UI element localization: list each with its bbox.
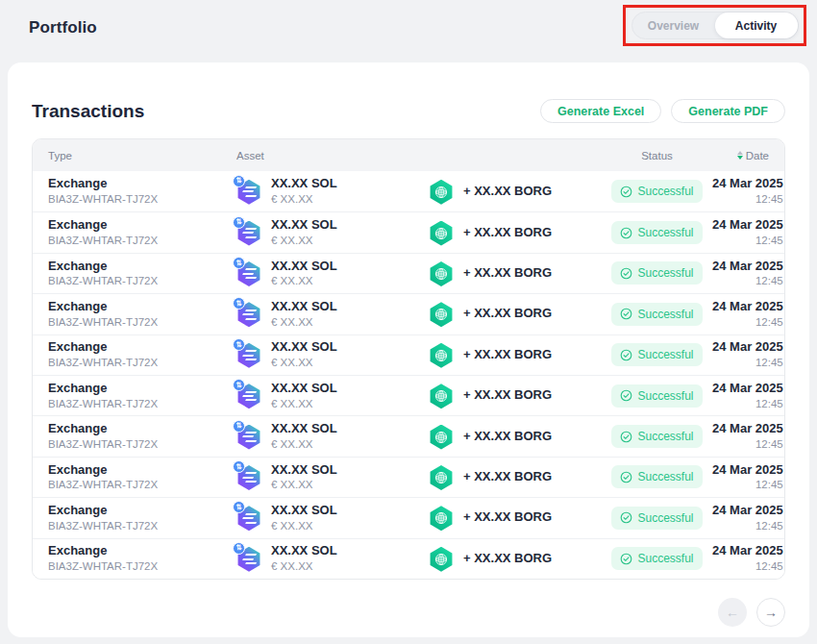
from-amount: XX.XX SOL (271, 259, 337, 275)
from-amount: XX.XX SOL (271, 503, 337, 519)
transaction-type: Exchange (48, 217, 236, 234)
tab-overview[interactable]: Overview (632, 12, 715, 38)
from-fiat-value: € XX.XX (271, 478, 337, 492)
to-amount: + XX.XX BORG (463, 387, 552, 404)
sol-token-icon: ⇅ (236, 424, 262, 450)
next-page-button[interactable]: → (756, 598, 785, 627)
status-cell: Successful (611, 261, 702, 285)
table-row[interactable]: Exchange BIA3Z-WHTAR-TJ72X ⇅ XX.XX SOL €… (33, 375, 784, 415)
type-cell: Exchange BIA3Z-WHTAR-TJ72X (48, 421, 236, 452)
generate-pdf-button[interactable]: Generate PDF (671, 99, 785, 123)
generate-excel-button[interactable]: Generate Excel (540, 99, 661, 123)
table-header-row: Type Asset Status Date (33, 139, 784, 171)
from-fiat-value: € XX.XX (271, 315, 337, 330)
pagination: ← → (32, 598, 785, 627)
transaction-date: 24 Mar 2025 (712, 176, 783, 192)
borg-token-icon (429, 383, 455, 409)
transaction-type: Exchange (48, 462, 236, 479)
date-cell: 24 Mar 2025 12:45 (712, 176, 783, 207)
sol-token-icon: ⇅ (236, 260, 262, 286)
date-cell: 24 Mar 2025 12:45 (712, 381, 783, 411)
from-amount: XX.XX SOL (271, 217, 337, 234)
check-circle-icon (620, 471, 632, 483)
from-asset-cell: ⇅ XX.XX SOL € XX.XX (236, 176, 429, 207)
status-badge: Successful (611, 180, 702, 203)
borg-token-icon (429, 464, 455, 490)
borg-token-icon (429, 301, 455, 327)
sol-token-icon: ⇅ (236, 179, 262, 205)
table-row[interactable]: Exchange BIA3Z-WHTAR-TJ72X ⇅ XX.XX SOL €… (33, 253, 784, 293)
status-label: Successful (637, 348, 693, 361)
borg-token-icon (429, 424, 455, 450)
transaction-reference: BIA3Z-WHTAR-TJ72X (48, 192, 236, 207)
transaction-time: 12:45 (712, 192, 783, 207)
transaction-type: Exchange (48, 339, 236, 356)
to-amount: + XX.XX BORG (463, 429, 552, 445)
table-row[interactable]: Exchange BIA3Z-WHTAR-TJ72X ⇅ XX.XX SOL €… (33, 415, 784, 456)
transaction-time: 12:45 (712, 315, 783, 330)
to-amount: + XX.XX BORG (463, 306, 552, 322)
table-row[interactable]: Exchange BIA3Z-WHTAR-TJ72X ⇅ XX.XX SOL €… (33, 293, 784, 334)
to-asset-cell: + XX.XX BORG (429, 464, 602, 490)
table-row[interactable]: Exchange BIA3Z-WHTAR-TJ72X ⇅ XX.XX SOL €… (33, 457, 784, 497)
from-amount: XX.XX SOL (271, 543, 337, 559)
borg-logo (429, 261, 454, 286)
exchange-swap-badge-icon: ⇅ (233, 542, 245, 555)
type-cell: Exchange BIA3Z-WHTAR-TJ72X (48, 462, 236, 493)
status-cell: Successful (611, 221, 702, 244)
transaction-date: 24 Mar 2025 (712, 299, 783, 315)
sort-descending-icon (737, 151, 743, 160)
table-row[interactable]: Exchange BIA3Z-WHTAR-TJ72X ⇅ XX.XX SOL €… (33, 171, 784, 211)
table-row[interactable]: Exchange BIA3Z-WHTAR-TJ72X ⇅ XX.XX SOL €… (33, 334, 784, 375)
borg-token-icon (429, 546, 455, 572)
borg-token-icon (429, 505, 455, 531)
date-cell: 24 Mar 2025 12:45 (712, 462, 783, 493)
column-header-date[interactable]: Date (737, 150, 769, 161)
exchange-swap-badge-icon: ⇅ (233, 420, 245, 433)
to-amount: + XX.XX BORG (463, 265, 552, 282)
status-cell: Successful (611, 425, 702, 448)
status-label: Successful (637, 511, 693, 525)
tab-activity[interactable]: Activity (715, 12, 798, 38)
transaction-date: 24 Mar 2025 (712, 503, 783, 519)
transaction-type: Exchange (48, 299, 236, 315)
to-asset-cell: + XX.XX BORG (429, 179, 602, 205)
table-row[interactable]: Exchange BIA3Z-WHTAR-TJ72X ⇅ XX.XX SOL €… (33, 497, 784, 537)
borg-logo (429, 180, 454, 205)
to-asset-cell: + XX.XX BORG (429, 301, 602, 327)
transaction-date: 24 Mar 2025 (712, 421, 783, 437)
transaction-time: 12:45 (712, 234, 783, 248)
transaction-reference: BIA3Z-WHTAR-TJ72X (48, 478, 236, 492)
transaction-type: Exchange (48, 543, 236, 559)
borg-token-icon (429, 220, 455, 246)
transaction-date: 24 Mar 2025 (712, 259, 783, 275)
from-fiat-value: € XX.XX (271, 397, 337, 411)
borg-token-icon (429, 179, 455, 205)
column-header-status: Status (641, 150, 673, 161)
table-row[interactable]: Exchange BIA3Z-WHTAR-TJ72X ⇅ XX.XX SOL €… (33, 538, 784, 579)
from-amount: XX.XX SOL (271, 299, 337, 315)
to-asset-cell: + XX.XX BORG (429, 424, 602, 450)
from-fiat-value: € XX.XX (271, 356, 337, 370)
transaction-type: Exchange (48, 381, 236, 397)
to-asset-cell: + XX.XX BORG (429, 342, 602, 368)
transaction-reference: BIA3Z-WHTAR-TJ72X (48, 234, 236, 248)
type-cell: Exchange BIA3Z-WHTAR-TJ72X (48, 503, 236, 533)
transaction-reference: BIA3Z-WHTAR-TJ72X (48, 274, 236, 288)
transaction-reference: BIA3Z-WHTAR-TJ72X (48, 315, 236, 330)
status-label: Successful (637, 266, 693, 280)
table-row[interactable]: Exchange BIA3Z-WHTAR-TJ72X ⇅ XX.XX SOL €… (33, 211, 784, 252)
from-amount: XX.XX SOL (271, 462, 337, 479)
transactions-table: Type Asset Status Date Exchange BIA3Z-WH… (32, 138, 785, 580)
previous-page-button[interactable]: ← (718, 598, 747, 627)
check-circle-icon (620, 511, 632, 524)
status-label: Successful (637, 430, 693, 443)
to-amount: + XX.XX BORG (463, 551, 552, 567)
transaction-reference: BIA3Z-WHTAR-TJ72X (48, 437, 236, 452)
status-label: Successful (637, 470, 693, 483)
status-badge: Successful (611, 465, 702, 488)
check-circle-icon (620, 431, 632, 443)
status-badge: Successful (611, 343, 702, 366)
check-circle-icon (620, 267, 632, 280)
from-asset-cell: ⇅ XX.XX SOL € XX.XX (236, 421, 429, 452)
